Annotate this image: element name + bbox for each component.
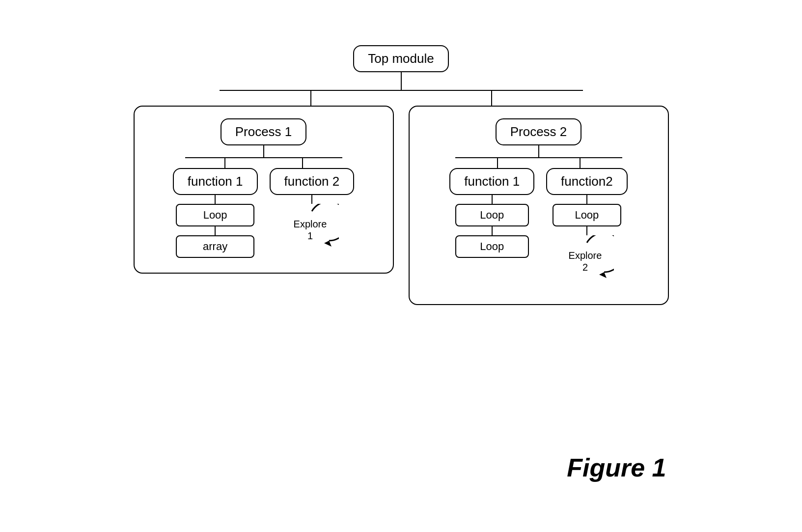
p2-function2-node: function2 (546, 168, 628, 195)
p2-explore-circle: Explore2 (560, 235, 614, 289)
p1-function2-node: function 2 (270, 168, 355, 195)
p2-loop3-node: Loop (553, 204, 621, 226)
p1-array-node: array (176, 235, 254, 258)
p2-bvr (580, 158, 581, 168)
p2-vline (538, 145, 539, 157)
p1-explore-circle: Explore1 (285, 204, 339, 258)
p1-f2-vline (311, 195, 312, 204)
top-vline (401, 72, 402, 90)
p1-bvl (224, 158, 225, 168)
branch-vline-left (310, 91, 311, 106)
process2-inner: function 1 Loop Loop function2 Loop (421, 168, 656, 289)
p1-explore-label: Explore1 (294, 218, 327, 241)
p2-f2-vline1 (586, 195, 587, 204)
p2-branch-vlines (455, 158, 622, 168)
processes-row: Process 1 function 1 Loop (134, 106, 669, 305)
p1-bvr (302, 158, 303, 168)
process1-inner: function 1 Loop array function 2 (146, 168, 381, 258)
process2-header: Process 2 (455, 118, 622, 168)
p1-function1-col: function 1 Loop array (173, 168, 258, 258)
p2-f2-vline2 (586, 226, 587, 235)
p1-branch-vlines (185, 158, 342, 168)
p1-loop-node: Loop (176, 204, 254, 226)
p2-f1-vline1 (492, 195, 493, 204)
process1-header: Process 1 (185, 118, 342, 168)
top-module-section: Top module (220, 45, 583, 106)
p2-function1-node: function 1 (449, 168, 534, 195)
p1-f1-vline1 (215, 195, 216, 204)
p1-f1-vline2 (215, 226, 216, 235)
diagram-container: Top module Process 1 (107, 45, 696, 487)
svg-marker-1 (599, 272, 607, 278)
p1-function1-node: function 1 (173, 168, 258, 195)
branch-vline-right (491, 91, 492, 106)
p2-loop2-node: Loop (455, 235, 529, 258)
process2-panel: Process 2 function 1 Loop (409, 106, 669, 305)
process1-node: Process 1 (221, 118, 307, 145)
p2-explore-label: Explore2 (569, 249, 602, 273)
p2-f1-vline2 (492, 226, 493, 235)
p2-function2-col: function2 Loop Explore2 (546, 168, 628, 289)
p2-bvl (497, 158, 498, 168)
process2-node: Process 2 (496, 118, 582, 145)
process1-panel: Process 1 function 1 Loop (134, 106, 394, 274)
p2-function1-col: function 1 Loop Loop (449, 168, 534, 258)
p1-vline (263, 145, 264, 157)
top-module-node: Top module (353, 45, 448, 72)
p2-loop1-node: Loop (455, 204, 529, 226)
top-branch-vlines (220, 91, 583, 106)
p1-function2-col: function 2 Explore1 (270, 168, 355, 258)
svg-marker-0 (324, 241, 332, 247)
figure-label: Figure 1 (567, 453, 666, 482)
